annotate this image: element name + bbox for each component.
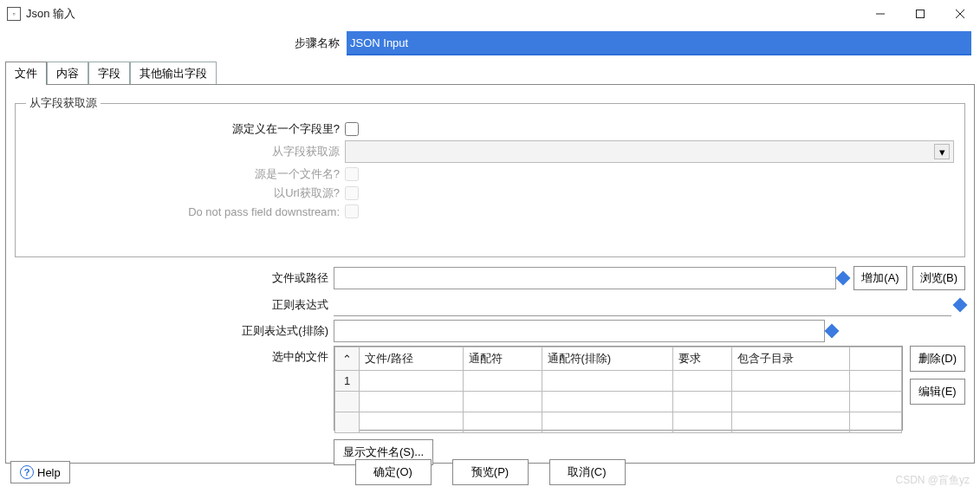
group-legend: 从字段获取源	[26, 95, 101, 111]
col-include-subdir[interactable]: 包含子目录	[731, 347, 849, 371]
col-file-path[interactable]: 文件/路径	[360, 347, 464, 371]
cell-wildcard[interactable]	[463, 371, 542, 392]
input-file-or-path[interactable]	[334, 267, 836, 289]
delete-button[interactable]: 删除(D)	[910, 346, 965, 372]
label-regex: 正则表达式	[15, 297, 334, 313]
help-label: Help	[37, 466, 61, 479]
edit-button[interactable]: 编辑(E)	[910, 379, 965, 405]
minimize-button[interactable]	[860, 0, 900, 28]
diamond-icon	[836, 271, 851, 286]
checkbox-src-in-field[interactable]	[345, 122, 359, 136]
checkbox-src-is-filename	[345, 167, 359, 181]
tab-other-output[interactable]: 其他输出字段	[130, 62, 217, 85]
label-src-is-filename: 源是一个文件名?	[26, 166, 345, 182]
group-source-from-field: 从字段获取源 源定义在一个字段里? 从字段获取源 ▾ 源是一个文件名? 以Url…	[15, 95, 965, 257]
close-button[interactable]	[940, 0, 980, 28]
tab-file[interactable]: 文件	[5, 62, 47, 85]
checkbox-from-url	[345, 186, 359, 200]
cell-num: 1	[335, 371, 360, 392]
cell-include-subdir[interactable]	[731, 371, 849, 392]
step-name-label: 步骤名称	[9, 36, 347, 51]
svg-rect-1	[917, 10, 925, 18]
diamond-icon	[825, 324, 840, 339]
label-file-or-path: 文件或路径	[15, 270, 334, 286]
col-wildcard-exclude[interactable]: 通配符(排除)	[542, 347, 672, 371]
table-row[interactable]	[335, 412, 902, 433]
chevron-down-icon: ▾	[934, 144, 950, 159]
cell-wildcard-exclude[interactable]	[542, 371, 672, 392]
input-regex-exclude[interactable]	[334, 320, 825, 342]
label-regex-exclude: 正则表达式(排除)	[15, 323, 334, 339]
app-icon: ▫	[7, 7, 21, 21]
titlebar: ▫ Json 输入	[0, 0, 980, 28]
step-name-input[interactable]	[347, 31, 971, 55]
help-button[interactable]: ? Help	[10, 461, 70, 483]
col-required[interactable]: 要求	[672, 347, 731, 371]
label-no-pass: Do not pass field downstream:	[26, 205, 345, 218]
watermark: CSDN @盲鱼yz	[895, 473, 970, 488]
tab-strip: 文件 内容 字段 其他输出字段	[5, 61, 975, 84]
label-src-in-field: 源定义在一个字段里?	[26, 121, 345, 137]
tab-panel-file: 从字段获取源 源定义在一个字段里? 从字段获取源 ▾ 源是一个文件名? 以Url…	[5, 84, 975, 464]
label-selected-files: 选中的文件	[15, 346, 334, 365]
label-from-field: 从字段获取源	[26, 144, 345, 159]
diamond-icon	[953, 298, 968, 313]
window-title: Json 输入	[26, 6, 75, 22]
ok-button[interactable]: 确定(O)	[355, 459, 432, 485]
col-wildcard[interactable]: 通配符	[463, 347, 542, 371]
bottom-bar: ? Help 确定(O) 预览(P) 取消(C) CSDN @盲鱼yz	[0, 451, 980, 493]
col-caret: ⌃	[335, 347, 360, 371]
label-from-url: 以Url获取源?	[26, 185, 345, 201]
cancel-button[interactable]: 取消(C)	[549, 459, 626, 485]
cell-file-path[interactable]	[360, 371, 464, 392]
maximize-button[interactable]	[900, 0, 940, 28]
table-row[interactable]: 1	[335, 371, 902, 392]
cell-blank	[850, 371, 902, 392]
input-regex[interactable]	[334, 294, 951, 316]
browse-button[interactable]: 浏览(B)	[912, 266, 965, 290]
selected-files-table[interactable]: ⌃ # 文件/路径 通配符 通配符(排除) 要求 包含子目录 1	[334, 346, 903, 431]
add-button[interactable]: 增加(A)	[853, 266, 906, 290]
checkbox-no-pass	[345, 204, 359, 218]
tab-content[interactable]: 内容	[47, 62, 88, 85]
table-row[interactable]	[335, 392, 902, 412]
cell-required[interactable]	[672, 371, 731, 392]
tab-fields[interactable]: 字段	[88, 62, 130, 85]
col-blank	[850, 347, 902, 371]
step-name-row: 步骤名称	[0, 28, 980, 61]
preview-button[interactable]: 预览(P)	[452, 459, 529, 485]
combo-from-field[interactable]: ▾	[345, 140, 954, 163]
help-icon: ?	[20, 465, 34, 479]
